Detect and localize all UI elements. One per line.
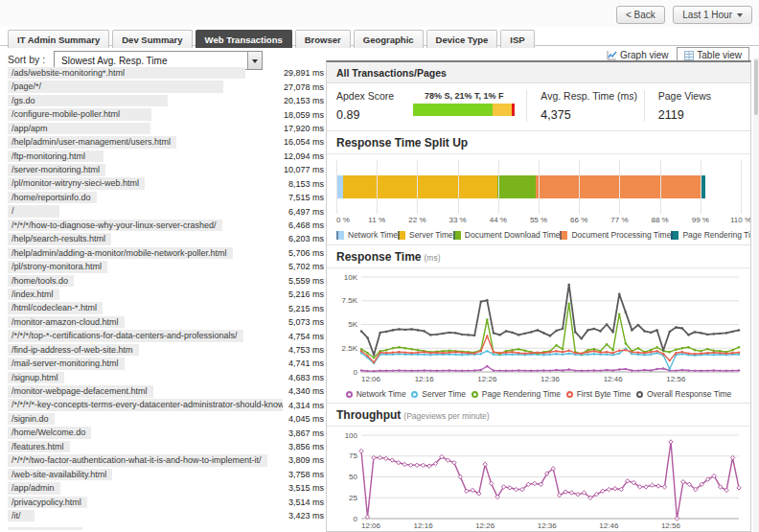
axis-tick-label: 44 % [490, 216, 507, 224]
svg-text:25: 25 [349, 494, 357, 502]
axis-tick-label: 66 % [570, 216, 587, 224]
transaction-row[interactable]: /find-ip-address-of-web-site.htm4,753 ms [8, 343, 324, 357]
transaction-row[interactable]: /home/tools.do5,559 ms [8, 274, 324, 288]
legend-label: Overall Response Time [647, 389, 731, 399]
transaction-row[interactable]: /page/*/27,078 ms [8, 80, 324, 93]
transaction-row[interactable]: /configure-mobile-poller.html18,059 ms [8, 107, 324, 121]
flag-icon [671, 231, 678, 240]
transaction-resp-time: 6,497 ms [283, 207, 324, 217]
summary-row: Apdex Score 0.89 78% S, 21% T, 1% F Avg.… [327, 83, 750, 130]
gridline [336, 160, 337, 214]
transaction-row[interactable]: /ftp-monitoring.html12,094 ms [8, 150, 324, 163]
apdex-score-label: Apdex Score [336, 90, 413, 102]
transaction-resp-time: 5,559 ms [283, 276, 324, 286]
transaction-row[interactable]: /html/codeclean-*.html5,215 ms [8, 301, 324, 314]
transaction-resp-time: 4,045 ms [283, 414, 324, 424]
legend-label: Server Time [409, 230, 453, 240]
page-views-cell: Page Views 2119 [644, 90, 741, 122]
transaction-resp-time: 4,314 ms [283, 401, 324, 410]
gridline [660, 160, 661, 214]
dashboard-page: < Back Last 1 Hour IT Admin SummaryDev S… [0, 0, 759, 532]
transaction-row[interactable]: /signin.do4,045 ms [8, 412, 324, 426]
transaction-path: /index.html [8, 289, 59, 301]
transaction-path: /privacypolicy.html [8, 497, 87, 509]
transaction-row[interactable]: /*/*/*/*-key-concepts-terms-every-datace… [8, 399, 324, 412]
transaction-row[interactable]: /*/*/*/top-*-certifications-for-data-cen… [8, 329, 324, 342]
transaction-row[interactable]: /monitor-amazon-cloud.html5,073 ms [8, 315, 324, 329]
ring-icon [472, 391, 478, 398]
legend-label: Network Time [348, 230, 398, 240]
tab-browser[interactable]: Browser [295, 30, 351, 48]
graph-view-button[interactable]: Graph view [607, 50, 669, 60]
tab-device-type[interactable]: Device Type [426, 30, 498, 48]
sort-select-value: Slowest Avg. Resp. Time [61, 56, 167, 66]
vertical-scrollbar[interactable] [753, 58, 759, 532]
transaction-row[interactable]: /pl/strony-monitora.html5,702 ms [8, 260, 324, 273]
transaction-row[interactable]: /mail-server-monitoring.html4,741 ms [8, 357, 324, 370]
transaction-resp-time: 6,468 ms [283, 220, 324, 230]
transaction-resp-time: 5,215 ms [283, 304, 324, 313]
transaction-row[interactable]: /features.html3,856 ms [8, 440, 324, 453]
time-range-dropdown[interactable]: Last 1 Hour [673, 6, 752, 24]
axis-tick-label: 11 % [368, 216, 385, 224]
transaction-row[interactable]: /ads/website-monitoring*.html29,891 ms [8, 66, 324, 80]
transaction-row[interactable]: /help/admin/adding-a-monitor/mobile-netw… [8, 246, 324, 260]
transaction-path: /html/codeclean-*.html [8, 302, 103, 314]
transaction-row[interactable]: /6,497 ms [8, 204, 324, 218]
transaction-path: /home/tools.do [8, 275, 74, 288]
transaction-path: /mail-server-monitoring.html [8, 358, 125, 370]
split-up-chart [336, 160, 741, 214]
svg-text:12:16: 12:16 [414, 521, 434, 530]
transaction-row[interactable]: /it/3,423 ms [8, 509, 324, 522]
response-time-chart: 02.5K5K7.5K10K12:0612:1612:2612:3612:461… [336, 272, 743, 387]
tab-dev-summary[interactable]: Dev Summary [112, 30, 192, 48]
transaction-row[interactable]: /web-site-availability.html3,758 ms [8, 468, 324, 481]
svg-text:5K: 5K [348, 320, 357, 329]
transaction-row[interactable]: /*/*/*/two-factor-authentication-what-it… [8, 453, 324, 467]
flag-icon [453, 231, 461, 240]
transaction-resp-time: 6,203 ms [283, 234, 324, 243]
transaction-row[interactable]: /monitor-webpage-defacement.html4,340 ms [8, 384, 324, 398]
transaction-row[interactable]: /index.html5,216 ms [8, 288, 324, 301]
svg-text:12:56: 12:56 [661, 521, 681, 530]
transaction-path: /it/ [8, 510, 34, 522]
transaction-row[interactable]: /app/admin3,515 ms [8, 481, 324, 495]
response-time-legend: Network TimeServer TimePage Rendering Ti… [327, 387, 750, 403]
transaction-resp-time: 3,758 ms [283, 470, 324, 479]
transaction-path: /help/search-results.html [8, 233, 111, 245]
split-up-title: Response Time Split Up [327, 131, 750, 154]
transaction-row[interactable]: /signup.html4,683 ms [8, 371, 324, 384]
transaction-row[interactable]: /server-monitoring.html10,077 ms [8, 163, 324, 176]
tab-it-admin-summary[interactable]: IT Admin Summary [8, 30, 109, 48]
transaction-row[interactable]: /help/admin/user-management/users.html16… [8, 135, 324, 149]
tab-isp[interactable]: ISP [500, 30, 534, 48]
legend-item: Network Time [336, 230, 398, 240]
transaction-row[interactable]: /*/*/*/how-to-diagnose-why-your-linux-se… [8, 219, 324, 232]
gridline [377, 160, 378, 214]
flag-icon [336, 231, 344, 240]
transaction-row[interactable]: /privacypolicy.html3,514 ms [8, 496, 324, 509]
svg-text:12:46: 12:46 [604, 375, 624, 383]
transaction-row[interactable]: /pl/monitor-witryny-sieci-web.html8,153 … [8, 177, 324, 191]
panel-title: All Transactions/Pages [327, 62, 750, 83]
transaction-resp-time: 16,054 ms [278, 137, 324, 147]
apdex-score-value: 0.89 [336, 108, 413, 122]
transaction-row[interactable]: /app/apm17,920 ms [8, 122, 324, 135]
transaction-row[interactable]: /help/search-results.html6,203 ms [8, 232, 324, 245]
transaction-path: /monitor-amazon-cloud.html [8, 316, 125, 329]
back-button[interactable]: < Back [616, 6, 665, 24]
transaction-row[interactable]: /home/Welcome.do3,867 ms [8, 426, 324, 439]
split-segment [497, 175, 536, 198]
transaction-path: /help/admin/user-management/users.html [8, 136, 176, 149]
transaction-row[interactable]: /home/reportsinfo.do7,515 ms [8, 191, 324, 204]
transaction-resp-time: 4,340 ms [283, 386, 324, 396]
transaction-resp-time: 3,856 ms [283, 442, 324, 451]
sort-by-label: Sort by : [8, 54, 45, 65]
scrollbar-thumb[interactable] [754, 59, 758, 115]
tab-web-transactions[interactable]: Web Transactions [196, 30, 292, 48]
tab-geographic[interactable]: Geographic [354, 30, 424, 48]
apdex-segment-satisfied [413, 104, 493, 116]
transaction-row[interactable]: /gs.do20,153 ms [8, 94, 324, 107]
legend-label: Document Download Time [465, 230, 561, 240]
transaction-resp-time: 5,706 ms [283, 248, 324, 258]
